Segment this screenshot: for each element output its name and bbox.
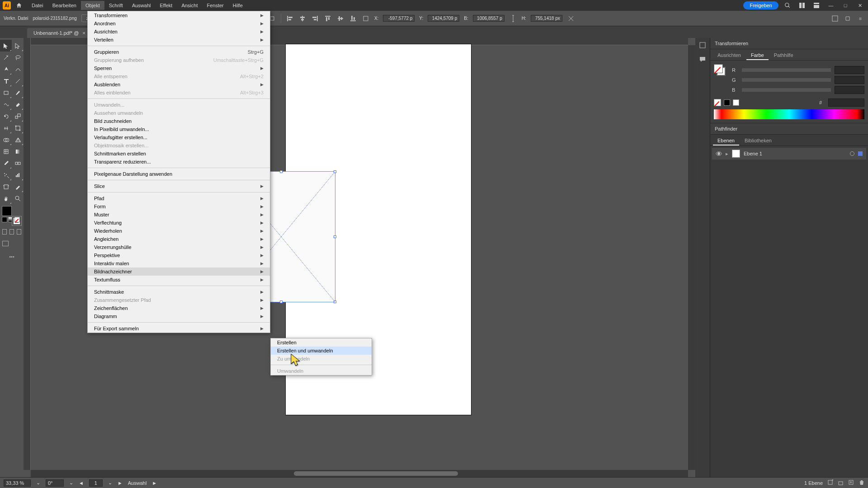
target-icon[interactable] bbox=[850, 151, 854, 156]
hex-input[interactable] bbox=[828, 99, 864, 107]
menu-item-perspektive[interactable]: Perspektive▶ bbox=[88, 251, 270, 259]
curvature-tool[interactable] bbox=[12, 63, 24, 75]
drawing-mode-behind[interactable] bbox=[9, 229, 14, 235]
fill-swatch[interactable] bbox=[2, 206, 12, 216]
arrange-icon[interactable] bbox=[797, 0, 807, 11]
w-input[interactable]: 1006,8557 p bbox=[473, 15, 505, 22]
shaper-tool[interactable] bbox=[0, 99, 12, 110]
free-transform-tool[interactable] bbox=[12, 122, 24, 134]
graph-tool[interactable] bbox=[12, 169, 24, 181]
search-icon[interactable] bbox=[782, 0, 793, 11]
align-tab[interactable]: Ausrichten bbox=[713, 51, 745, 60]
artboard-tool[interactable] bbox=[0, 181, 12, 192]
selection-tool[interactable] bbox=[0, 40, 12, 52]
zoom-tool[interactable] bbox=[12, 192, 24, 204]
paintbrush-tool[interactable] bbox=[12, 87, 24, 99]
direct-selection-tool[interactable] bbox=[12, 40, 24, 52]
menu-item-anordnen[interactable]: Anordnen▶ bbox=[88, 19, 270, 28]
rectangle-tool[interactable] bbox=[0, 87, 12, 99]
properties-panel-icon[interactable] bbox=[698, 41, 707, 50]
menu-item-schnittmaske[interactable]: Schnittmaske▶ bbox=[88, 288, 270, 296]
horizontal-scrollbar[interactable] bbox=[31, 470, 688, 477]
new-layer-icon[interactable] bbox=[848, 479, 854, 486]
screen-mode[interactable] bbox=[2, 241, 9, 246]
panel-toggle-icon[interactable] bbox=[831, 14, 839, 23]
menu-item-ausblenden[interactable]: Ausblenden▶ bbox=[88, 80, 270, 89]
align-vcenter-icon[interactable] bbox=[336, 14, 344, 23]
handle-tc[interactable] bbox=[280, 170, 283, 173]
expand-icon[interactable]: ▸ bbox=[726, 151, 728, 157]
symbol-sprayer-tool[interactable] bbox=[0, 169, 12, 181]
edit-toolbar-icon[interactable]: ••• bbox=[0, 251, 24, 263]
r-input[interactable] bbox=[835, 66, 864, 74]
menu-item-ausrichten[interactable]: Ausrichten▶ bbox=[88, 28, 270, 36]
align-left-icon[interactable] bbox=[286, 14, 294, 23]
artboard-nav-next[interactable]: ► bbox=[118, 480, 123, 486]
g-input[interactable] bbox=[835, 76, 864, 84]
b-input[interactable] bbox=[835, 86, 864, 94]
menu-item-bildnachzeichner[interactable]: Bildnachzeichner▶ bbox=[88, 267, 270, 276]
none-color-icon[interactable] bbox=[714, 99, 721, 106]
mesh-tool[interactable] bbox=[0, 145, 12, 157]
shape-builder-tool[interactable] bbox=[0, 134, 12, 145]
color-mode-none[interactable] bbox=[14, 217, 20, 222]
blend-tool[interactable] bbox=[12, 157, 24, 169]
link-wh-icon[interactable] bbox=[509, 14, 517, 23]
menu-item-zeichenfl-chen[interactable]: Zeichenflächen▶ bbox=[88, 304, 270, 312]
rotation-dropdown-icon[interactable]: ⌄ bbox=[69, 480, 73, 486]
menu-item-transparenz-reduzieren-[interactable]: Transparenz reduzieren... bbox=[88, 158, 270, 166]
zoom-input[interactable]: 33,33 % bbox=[4, 479, 31, 487]
y-input[interactable]: 1424,5709 p bbox=[428, 15, 459, 22]
artboard-dropdown-icon[interactable]: ⌄ bbox=[108, 480, 112, 486]
menu-item-verzerrungsh-lle[interactable]: Verzerrungshülle▶ bbox=[88, 243, 270, 251]
locate-layer-icon[interactable] bbox=[827, 479, 833, 486]
menu-item-transformieren[interactable]: Transformieren▶ bbox=[88, 11, 270, 19]
zoom-dropdown-icon[interactable]: ⌄ bbox=[36, 480, 40, 486]
menu-item-verflechtung[interactable]: Verflechtung▶ bbox=[88, 219, 270, 227]
x-input[interactable]: -597,5772 p bbox=[383, 15, 415, 22]
hand-tool[interactable] bbox=[0, 192, 12, 204]
file-name-label[interactable]: polaroid-2315182.png bbox=[33, 16, 76, 21]
scrollbar-thumb[interactable] bbox=[294, 471, 458, 476]
menu-item-gruppieren[interactable]: GruppierenStrg+G bbox=[88, 48, 270, 56]
prefs-icon[interactable] bbox=[844, 14, 852, 23]
new-sublayer-icon[interactable] bbox=[838, 479, 844, 486]
handle-mr[interactable] bbox=[334, 235, 336, 238]
black-swatch[interactable] bbox=[724, 99, 730, 106]
rotate-tool[interactable] bbox=[0, 110, 12, 122]
artboard-number[interactable]: 1 bbox=[89, 479, 103, 487]
handle-br[interactable] bbox=[334, 300, 336, 303]
eyedropper-tool[interactable] bbox=[0, 157, 12, 169]
menu-schrift[interactable]: Schrift bbox=[104, 1, 127, 10]
home-icon[interactable] bbox=[15, 2, 23, 9]
eraser-tool[interactable] bbox=[12, 99, 24, 110]
drawing-mode-inside[interactable] bbox=[17, 229, 21, 235]
menu-item-bild-zuschneiden[interactable]: Bild zuschneiden bbox=[88, 117, 270, 125]
artboard-nav-prev[interactable]: ◄ bbox=[79, 480, 84, 486]
align-right-icon[interactable] bbox=[311, 14, 319, 23]
align-hcenter-icon[interactable] bbox=[298, 14, 307, 23]
menu-datei[interactable]: Datei bbox=[27, 1, 48, 10]
menu-item-sperren[interactable]: Sperren▶ bbox=[88, 64, 270, 72]
menu-item-verteilen[interactable]: Verteilen▶ bbox=[88, 36, 270, 44]
transform-panel-title[interactable]: Transformieren bbox=[710, 38, 868, 49]
rotation-input[interactable]: 0° bbox=[46, 479, 64, 487]
menu-item-angleichen[interactable]: Angleichen▶ bbox=[88, 235, 270, 243]
scale-tool[interactable] bbox=[12, 110, 24, 122]
menu-effekt[interactable]: Effekt bbox=[155, 1, 177, 10]
submenu-item-erstellen[interactable]: Erstellen bbox=[271, 338, 372, 347]
comments-icon[interactable] bbox=[698, 55, 707, 64]
menu-item-diagramm[interactable]: Diagramm▶ bbox=[88, 312, 270, 320]
tab-close-icon[interactable]: × bbox=[82, 30, 85, 36]
menu-hilfe[interactable]: Hilfe bbox=[228, 1, 247, 10]
menu-ansicht[interactable]: Ansicht bbox=[177, 1, 202, 10]
color-tab[interactable]: Farbe bbox=[746, 51, 769, 60]
menu-objekt[interactable]: Objekt bbox=[81, 1, 104, 10]
submenu-item-erstellen-und-umwandeln[interactable]: Erstellen und umwandeln bbox=[271, 347, 372, 355]
color-swatch-control[interactable] bbox=[714, 64, 727, 78]
visibility-icon[interactable] bbox=[716, 150, 722, 157]
menu-item-pixelgenaue-darstellung-anwenden[interactable]: Pixelgenaue Darstellung anwenden bbox=[88, 170, 270, 178]
drawing-mode-normal[interactable] bbox=[2, 229, 7, 235]
lasso-tool[interactable] bbox=[12, 52, 24, 63]
pathfinder-panel-title[interactable]: Pathfinder bbox=[710, 123, 868, 135]
